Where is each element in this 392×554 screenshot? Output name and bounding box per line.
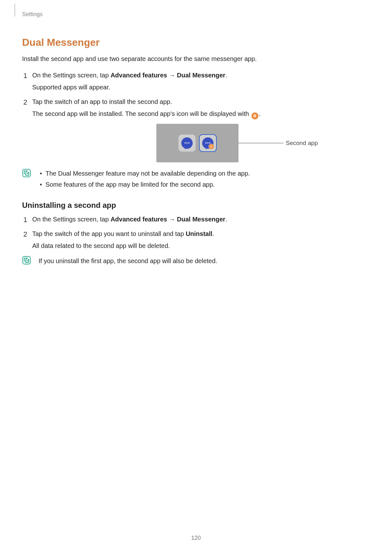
callout-label: Second app [286,140,318,147]
u-step-1-bold1: Advanced features [111,216,167,223]
chat-icon [202,137,214,149]
note-block-2: If you uninstall the first app, the seco… [22,255,370,266]
section-title: Dual Messenger [22,37,370,48]
step-1-suffix: . [225,72,227,79]
step-2: Tap the switch of an app to install the … [22,97,370,119]
u-step-2-prefix: Tap the switch of the app you want to un… [32,230,186,237]
note-list: The Dual Messenger feature may not be av… [39,168,250,190]
uninstall-step-1: On the Settings screen, tap Advanced fea… [22,214,370,224]
step-1: On the Settings screen, tap Advanced fea… [22,70,370,92]
note-item-1: The Dual Messenger feature may not be av… [39,168,250,179]
steps-uninstall: On the Settings screen, tap Advanced fea… [22,214,370,251]
page-number: 120 [0,535,392,541]
steps-install: On the Settings screen, tap Advanced fea… [22,70,370,119]
step-2-line: Tap the switch of an app to install the … [32,98,172,105]
step-1-prefix: On the Settings screen, tap [32,72,111,79]
callout-line [238,143,283,143]
dual-app-badge-icon [208,144,214,149]
note-uninstall-first: If you uninstall the first app, the seco… [39,255,217,266]
section-intro: Install the second app and use two separ… [22,55,370,63]
svg-rect-1 [23,256,30,264]
step-1-bold2: Dual Messenger [177,72,225,79]
subheading-uninstall: Uninstalling a second app [22,201,370,210]
u-step-1-arrow: → [167,216,177,223]
u-step-2-suffix: . [212,230,214,237]
figure-second-app: Second app [104,124,370,162]
breadcrumb: Settings [22,11,370,18]
note-icon [22,256,31,265]
step-2-sub: The second app will be installed. The se… [32,109,370,119]
app-tile-second [199,135,216,152]
note-item-2: Some features of the app may be limited … [39,179,250,190]
step-1-sub: Supported apps will appear. [32,82,370,92]
u-step-1-prefix: On the Settings screen, tap [32,216,111,223]
step-1-arrow: → [167,72,177,79]
note-block-1: The Dual Messenger feature may not be av… [22,168,370,190]
u-step-1-suffix: . [225,216,227,223]
dual-app-badge-icon [251,112,258,119]
step-1-bold1: Advanced features [111,72,167,79]
step-2-sub-prefix: The second app will be installed. The se… [32,110,251,117]
svg-rect-0 [23,169,30,177]
chat-icon [181,137,193,149]
step-2-sub-suffix: . [259,110,261,117]
note-icon [22,169,31,178]
header-rule [15,4,15,16]
u-step-2-sub: All data related to the second app will … [32,241,370,251]
app-tile-original [178,135,196,152]
uninstall-step-2: Tap the switch of the app you want to un… [22,229,370,251]
u-step-2-bold1: Uninstall [186,230,212,237]
phone-screenshot [156,124,238,162]
u-step-1-bold2: Dual Messenger [177,216,225,223]
